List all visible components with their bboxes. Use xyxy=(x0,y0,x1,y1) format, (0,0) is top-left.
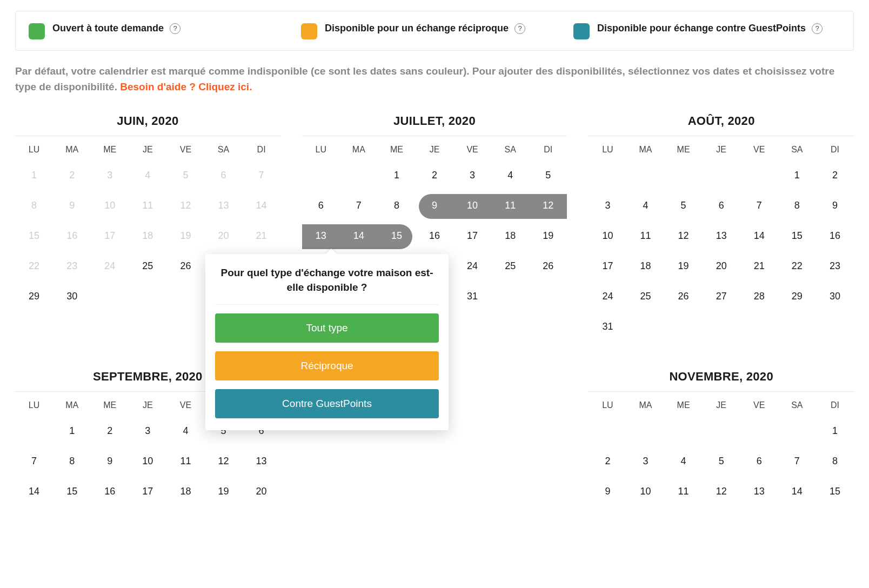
help-link[interactable]: Besoin d'aide ? Cliquez ici. xyxy=(120,81,252,92)
calendar-day[interactable]: 5 xyxy=(166,160,204,190)
calendar-day[interactable]: 26 xyxy=(665,281,703,311)
calendar-day[interactable]: 8 xyxy=(778,190,816,220)
calendar-day[interactable]: 23 xyxy=(816,251,854,281)
calendar-day[interactable]: 11 xyxy=(665,476,703,506)
calendar-day[interactable]: 16 xyxy=(53,220,91,251)
calendar-day[interactable]: 7 xyxy=(340,190,378,220)
calendar-day[interactable]: 10 xyxy=(91,190,129,220)
calendar-day[interactable]: 30 xyxy=(53,281,91,311)
calendar-day[interactable]: 14 xyxy=(340,220,378,251)
calendar-day[interactable]: 20 xyxy=(703,251,740,281)
calendar-day[interactable]: 12 xyxy=(703,476,740,506)
calendar-day[interactable]: 15 xyxy=(778,220,816,251)
calendar-day[interactable]: 5 xyxy=(529,160,567,190)
calendar-day[interactable]: 9 xyxy=(816,190,854,220)
calendar-day[interactable]: 10 xyxy=(589,220,626,251)
calendar-day[interactable]: 13 xyxy=(204,190,242,220)
calendar-day[interactable]: 12 xyxy=(166,190,204,220)
calendar-day[interactable]: 17 xyxy=(453,220,491,251)
calendar-day[interactable]: 2 xyxy=(416,160,453,190)
calendar-day[interactable]: 4 xyxy=(129,160,166,190)
calendar-day[interactable]: 25 xyxy=(491,251,529,281)
calendar-day[interactable]: 10 xyxy=(626,476,664,506)
help-icon[interactable]: ? xyxy=(514,23,525,34)
calendar-day[interactable]: 11 xyxy=(129,190,166,220)
calendar-day[interactable]: 12 xyxy=(204,446,242,476)
calendar-day[interactable]: 14 xyxy=(15,476,53,506)
calendar-day[interactable]: 3 xyxy=(626,446,664,476)
calendar-day[interactable]: 25 xyxy=(626,281,664,311)
calendar-day[interactable]: 16 xyxy=(91,476,129,506)
help-icon[interactable]: ? xyxy=(170,23,181,34)
calendar-day[interactable]: 31 xyxy=(589,311,626,342)
calendar-day[interactable]: 24 xyxy=(91,251,129,281)
calendar-day[interactable]: 13 xyxy=(302,220,340,251)
calendar-day[interactable]: 8 xyxy=(15,190,53,220)
calendar-day[interactable]: 21 xyxy=(740,251,778,281)
calendar-day[interactable]: 14 xyxy=(740,220,778,251)
calendar-day[interactable]: 12 xyxy=(529,190,567,220)
calendar-day[interactable]: 1 xyxy=(378,160,416,190)
calendar-day[interactable]: 3 xyxy=(589,190,626,220)
calendar-day[interactable]: 15 xyxy=(53,476,91,506)
calendar-day[interactable]: 16 xyxy=(416,220,453,251)
calendar-day[interactable]: 7 xyxy=(740,190,778,220)
calendar-day[interactable]: 19 xyxy=(166,220,204,251)
calendar-day[interactable]: 9 xyxy=(416,190,453,220)
calendar-day[interactable]: 3 xyxy=(91,160,129,190)
calendar-day[interactable]: 9 xyxy=(91,446,129,476)
calendar-day[interactable]: 1 xyxy=(15,160,53,190)
calendar-day[interactable]: 2 xyxy=(816,160,854,190)
calendar-day[interactable]: 1 xyxy=(53,416,91,446)
calendar-day[interactable]: 17 xyxy=(589,251,626,281)
calendar-day[interactable]: 11 xyxy=(166,446,204,476)
calendar-day[interactable]: 2 xyxy=(589,446,626,476)
calendar-day[interactable]: 31 xyxy=(453,281,491,311)
calendar-day[interactable]: 14 xyxy=(243,190,280,220)
calendar-day[interactable]: 22 xyxy=(15,251,53,281)
calendar-day[interactable]: 9 xyxy=(53,190,91,220)
calendar-day[interactable]: 26 xyxy=(529,251,567,281)
calendar-day[interactable]: 24 xyxy=(453,251,491,281)
calendar-day[interactable]: 22 xyxy=(778,251,816,281)
calendar-day[interactable]: 12 xyxy=(665,220,703,251)
calendar-day[interactable]: 18 xyxy=(626,251,664,281)
calendar-day[interactable]: 23 xyxy=(53,251,91,281)
calendar-day[interactable]: 6 xyxy=(703,190,740,220)
calendar-day[interactable]: 5 xyxy=(665,190,703,220)
calendar-day[interactable]: 19 xyxy=(204,476,242,506)
calendar-day[interactable]: 8 xyxy=(378,190,416,220)
calendar-day[interactable]: 6 xyxy=(302,190,340,220)
calendar-day[interactable]: 4 xyxy=(665,446,703,476)
calendar-day[interactable]: 3 xyxy=(453,160,491,190)
btn-all-types[interactable]: Tout type xyxy=(215,313,439,343)
calendar-day[interactable]: 18 xyxy=(166,476,204,506)
calendar-day[interactable]: 2 xyxy=(53,160,91,190)
calendar-day[interactable]: 9 xyxy=(589,476,626,506)
calendar-day[interactable]: 11 xyxy=(491,190,529,220)
calendar-day[interactable]: 15 xyxy=(15,220,53,251)
calendar-day[interactable]: 27 xyxy=(703,281,740,311)
calendar-day[interactable]: 4 xyxy=(626,190,664,220)
calendar-day[interactable]: 20 xyxy=(243,476,280,506)
calendar-day[interactable]: 7 xyxy=(778,446,816,476)
calendar-day[interactable]: 11 xyxy=(626,220,664,251)
calendar-day[interactable]: 4 xyxy=(491,160,529,190)
calendar-day[interactable]: 19 xyxy=(665,251,703,281)
calendar-day[interactable]: 13 xyxy=(703,220,740,251)
calendar-day[interactable]: 20 xyxy=(204,220,242,251)
calendar-day[interactable]: 17 xyxy=(129,476,166,506)
calendar-day[interactable]: 18 xyxy=(129,220,166,251)
calendar-day[interactable]: 1 xyxy=(778,160,816,190)
calendar-day[interactable]: 7 xyxy=(243,160,280,190)
calendar-day[interactable]: 13 xyxy=(740,476,778,506)
calendar-day[interactable]: 13 xyxy=(243,446,280,476)
calendar-day[interactable]: 1 xyxy=(816,416,854,446)
calendar-day[interactable]: 10 xyxy=(129,446,166,476)
calendar-day[interactable]: 26 xyxy=(166,251,204,281)
calendar-day[interactable]: 2 xyxy=(91,416,129,446)
calendar-day[interactable]: 21 xyxy=(243,220,280,251)
calendar-day[interactable]: 15 xyxy=(378,220,416,251)
calendar-day[interactable]: 8 xyxy=(53,446,91,476)
calendar-day[interactable]: 7 xyxy=(15,446,53,476)
